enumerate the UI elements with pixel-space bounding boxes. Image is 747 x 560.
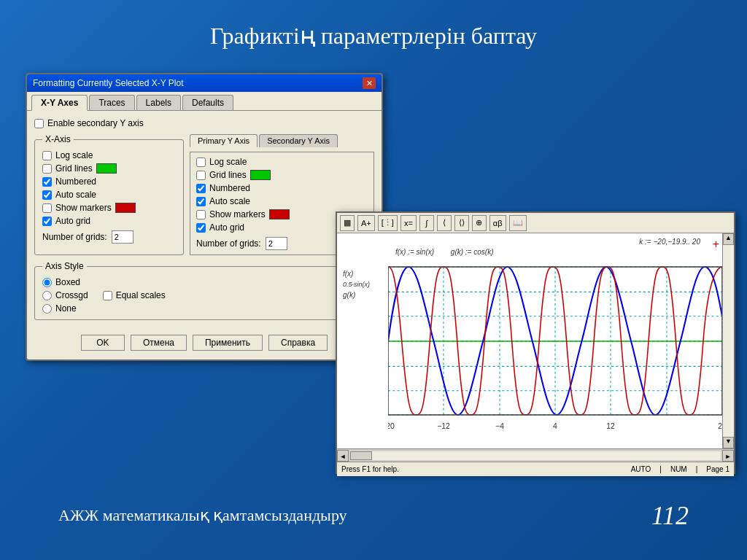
y-numbered-row: Numbered	[196, 183, 368, 193]
eq-half-sin: 0.5·sin(x)	[343, 281, 385, 288]
y-auto-scale-cb[interactable]	[196, 197, 206, 206]
x-show-markers-row: Show markers	[42, 203, 176, 213]
graph-tool-integral[interactable]: ∫	[419, 215, 434, 231]
graph-eq2: f(x) := sin(x) g(k) := cos(k)	[395, 248, 493, 256]
x-grids-input[interactable]	[112, 230, 133, 244]
x-numbered-cb[interactable]	[42, 177, 52, 187]
y-grid-lines-row: Grid lines	[196, 170, 368, 180]
enable-secondary-checkbox[interactable]	[34, 119, 44, 128]
x-grid-lines-color[interactable]	[96, 163, 117, 174]
graph-tool-zoom[interactable]: ⊕	[472, 215, 487, 231]
x-show-markers-cb[interactable]	[42, 203, 52, 213]
secondary-y-row: Enable secondary Y axis	[34, 118, 374, 128]
x-grid-lines-label: Grid lines	[55, 163, 93, 174]
x-axis-group: X-Axis Log scale Grid lines Numbered Aut…	[34, 134, 184, 255]
ok-button[interactable]: OK	[81, 335, 125, 351]
x-log-scale-label: Log scale	[55, 150, 93, 160]
scroll-up-button[interactable]: ▲	[723, 233, 734, 245]
y-show-markers-cb[interactable]	[196, 210, 206, 219]
y-show-markers-label: Show markers	[209, 209, 266, 219]
eq-gk: g(k)	[343, 291, 385, 299]
graph-toolbar: ▦ A+ [⋮] x= ∫ ⟨ ⟨⟩ ⊕ αβ 📖	[337, 213, 734, 233]
scroll-left-button[interactable]: ◄	[337, 450, 349, 462]
status-right-section: AUTO | NUM | Page 1	[631, 465, 729, 473]
x-markers-color[interactable]	[115, 203, 136, 213]
y-log-scale-cb[interactable]	[196, 158, 206, 167]
svg-text:4: 4	[553, 422, 557, 430]
dialog-window: Formatting Currently Selected X-Y Plot ✕…	[26, 73, 383, 361]
tab-xy-axes[interactable]: X-Y Axes	[31, 95, 88, 111]
none-radio[interactable]	[42, 304, 52, 314]
y-grids-input[interactable]	[266, 237, 287, 250]
help-button[interactable]: Справка	[268, 335, 328, 351]
boxed-row: Boxed	[42, 277, 88, 287]
eq-fx: f(x)	[343, 270, 385, 278]
y-grid-lines-color[interactable]	[250, 170, 271, 180]
svg-text:−4: −4	[495, 422, 504, 430]
x-grids-label: Number of grids:	[42, 232, 107, 242]
y-grid-lines-cb[interactable]	[196, 171, 206, 180]
y-auto-grid-label: Auto grid	[209, 222, 244, 233]
graph-scrollbar-vertical: ▲ ▼	[722, 233, 734, 448]
scroll-right-button[interactable]: ►	[722, 450, 734, 462]
y-grid-lines-label: Grid lines	[209, 170, 247, 180]
graph-tool-fft[interactable]: ⟨⟩	[454, 215, 469, 231]
apply-button[interactable]: Применить	[193, 335, 263, 351]
crossgd-row: Crossgd	[42, 290, 88, 300]
tab-labels[interactable]: Labels	[136, 95, 181, 110]
y-auto-scale-row: Auto scale	[196, 196, 368, 206]
tab-defaults[interactable]: Defaults	[182, 95, 233, 110]
y-grids-label: Number of grids:	[196, 238, 261, 249]
y-numbered-cb[interactable]	[196, 184, 206, 193]
enable-secondary-label: Enable secondary Y axis	[47, 118, 144, 128]
axes-groups: X-Axis Log scale Grid lines Numbered Aut…	[34, 134, 374, 255]
axis-style-radios: Boxed Crossgd None	[42, 277, 88, 314]
svg-text:12: 12	[606, 422, 615, 430]
crossgd-radio[interactable]	[42, 291, 52, 300]
scroll-h-track[interactable]	[350, 451, 721, 460]
y-markers-color[interactable]	[269, 209, 290, 219]
graph-scrollbar-horizontal: ◄ ►	[337, 448, 734, 462]
none-row: None	[42, 303, 88, 314]
scroll-down-button[interactable]: ▼	[723, 437, 734, 448]
slide-number: 112	[651, 500, 689, 531]
svg-text:20: 20	[718, 422, 722, 430]
graph-tool-ab[interactable]: αβ	[489, 215, 506, 231]
equal-scales-label: Equal scales	[116, 290, 166, 300]
cancel-button[interactable]: Отмена	[131, 335, 187, 351]
scroll-h-thumb[interactable]	[350, 451, 372, 460]
tab-traces[interactable]: Traces	[89, 95, 134, 110]
scroll-track[interactable]	[723, 245, 734, 437]
x-show-markers-label: Show markers	[55, 203, 112, 213]
status-num: NUM	[670, 465, 687, 473]
graph-tool-help[interactable]: 📖	[509, 215, 527, 231]
x-log-scale-cb[interactable]	[42, 151, 52, 160]
graph-tool-grid[interactable]: [⋮]	[378, 215, 398, 231]
boxed-radio[interactable]	[42, 278, 52, 287]
secondary-y-tab[interactable]: Secondary Y Axis	[259, 134, 338, 147]
close-button[interactable]: ✕	[363, 77, 376, 89]
x-auto-scale-label: Auto scale	[55, 190, 96, 200]
status-page: Page 1	[706, 465, 729, 473]
graph-window: ▦ A+ [⋮] x= ∫ ⟨ ⟨⟩ ⊕ αβ 📖 f(x) 0.5·sin(x…	[336, 211, 735, 474]
y-auto-grid-cb[interactable]	[196, 223, 206, 233]
x-numbered-label: Numbered	[55, 176, 96, 187]
plus-sign: +	[713, 238, 719, 251]
x-grid-lines-cb[interactable]	[42, 164, 52, 174]
y-auto-scale-label: Auto scale	[209, 196, 250, 206]
equal-scales-row: Equal scales	[103, 277, 166, 314]
equal-scales-cb[interactable]	[103, 291, 112, 300]
x-auto-scale-cb[interactable]	[42, 190, 52, 200]
primary-y-tab[interactable]: Primary Y Axis	[190, 134, 258, 147]
y-log-scale-label: Log scale	[209, 157, 247, 167]
dialog-buttons: OK Отмена Применить Справка	[27, 327, 382, 359]
crossgd-label: Crossgd	[55, 290, 88, 300]
graph-tool-calc[interactable]: ▦	[340, 215, 355, 231]
bottom-text: АЖЖ математикалық қамтамсыздандыру	[58, 506, 347, 525]
x-auto-grid-cb[interactable]	[42, 217, 52, 226]
graph-tool-arrow[interactable]: ⟨	[437, 215, 452, 231]
graph-tool-x[interactable]: x=	[400, 215, 417, 231]
tab-bar: X-Y Axes Traces Labels Defaults	[27, 92, 382, 111]
svg-text:−20: −20	[388, 422, 395, 430]
graph-tool-plus[interactable]: A+	[357, 215, 375, 231]
